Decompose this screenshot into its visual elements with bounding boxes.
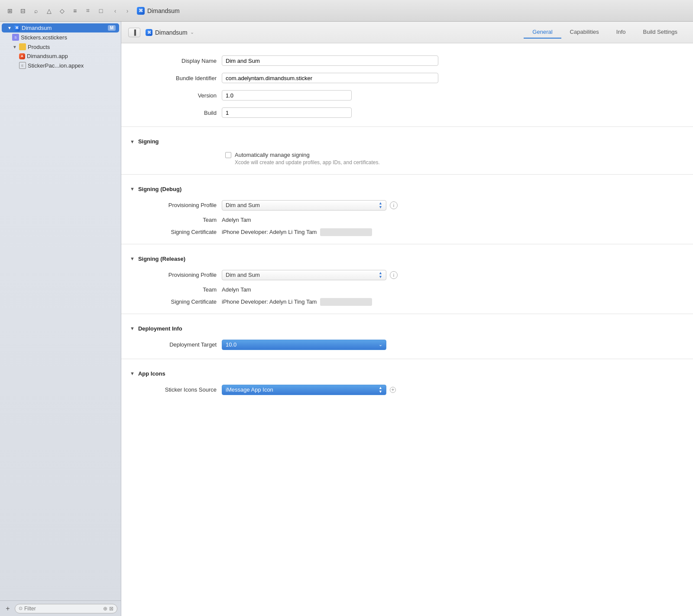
signing-debug-disclosure: ▼ xyxy=(130,186,135,191)
ext-icon: E xyxy=(19,62,26,69)
cert-debug-label: Signing Certificate xyxy=(121,229,217,235)
speech-icon[interactable]: □ xyxy=(96,6,106,16)
filter-box[interactable]: ⊙ ⊕ ⊠ xyxy=(15,604,117,613)
build-row: Build xyxy=(121,104,693,121)
deployment-target-label: Deployment Target xyxy=(121,341,217,348)
project-nav-icon: ⌘ xyxy=(146,29,152,36)
version-input[interactable] xyxy=(222,90,352,101)
content-header: ▐ ⌘ Dimandsum ⌄ General Capabilities Inf… xyxy=(121,22,693,43)
app-icons-header: ▼ App Icons xyxy=(121,364,693,381)
project-nav-label: Dimandsum xyxy=(155,29,188,36)
signing-release-disclosure: ▼ xyxy=(130,256,135,261)
app-icons-title: App Icons xyxy=(138,370,165,377)
badge-m: M xyxy=(108,25,116,31)
diamond-icon[interactable]: ◇ xyxy=(57,6,67,16)
tab-capabilities[interactable]: Capabilities xyxy=(561,26,608,39)
sidebar-item-app[interactable]: A Dimandsum.app xyxy=(0,52,121,61)
cert-debug-badge xyxy=(320,228,372,236)
content-scroll[interactable]: Display Name Bundle Identifier Version B… xyxy=(121,43,693,616)
divider-4 xyxy=(121,314,693,314)
sticker-icons-label: Sticker Icons Source xyxy=(121,386,217,393)
bundle-id-input[interactable] xyxy=(222,73,438,83)
prov-profile-debug-wrapper: Dim and Sum ▲ ▼ i xyxy=(222,200,398,211)
prov-profile-release-info[interactable]: i xyxy=(390,271,398,279)
bundle-id-label: Bundle Identifier xyxy=(121,75,217,81)
signing-debug-title: Signing (Debug) xyxy=(138,186,181,192)
grid-icon[interactable]: ⊟ xyxy=(18,6,28,16)
sidebar: ▼ ⌘ Dimandsum M S Stickers.xcstickers ▼ … xyxy=(0,22,121,616)
version-label: Version xyxy=(121,92,217,99)
cert-debug-row: Signing Certificate iPhone Developer: Ad… xyxy=(121,226,693,239)
list-icon[interactable]: ≡ xyxy=(70,6,80,16)
filter-x-icon[interactable]: ⊠ xyxy=(109,606,113,612)
team-release-row: Team Adelyn Tam xyxy=(121,284,693,295)
back-arrow[interactable]: ‹ xyxy=(110,6,120,16)
version-row: Version xyxy=(121,87,693,104)
tab-build-settings[interactable]: Build Settings xyxy=(635,26,687,39)
tag-icon[interactable]: ⌗ xyxy=(83,6,93,16)
divider-2 xyxy=(121,174,693,175)
nav-arrows: ‹ › xyxy=(110,6,133,16)
project-nav: ⌘ Dimandsum ⌄ xyxy=(146,29,194,36)
warning-icon[interactable]: △ xyxy=(44,6,54,16)
sticker-icons-wrapper: iMessage App Icon ▲ ▼ + xyxy=(222,385,396,395)
tab-general[interactable]: General xyxy=(524,26,561,39)
sidebar-footer: + ⊙ ⊕ ⊠ xyxy=(0,600,121,616)
filter-input[interactable] xyxy=(24,606,101,612)
xcode-project-icon: ⌘ xyxy=(137,7,145,15)
forward-arrow[interactable]: › xyxy=(122,6,133,16)
prov-profile-release-select[interactable]: Dim and Sum ▲ ▼ xyxy=(222,270,386,280)
prov-profile-debug-row: Provisioning Profile Dim and Sum ▲ ▼ i xyxy=(121,197,693,214)
team-debug-value: Adelyn Tam xyxy=(222,217,251,223)
sticker-icons-row: Sticker Icons Source iMessage App Icon ▲… xyxy=(121,381,693,399)
prov-profile-debug-info[interactable]: i xyxy=(390,201,398,209)
team-debug-label: Team xyxy=(121,217,217,223)
deployment-title: Deployment Info xyxy=(138,325,182,332)
auto-signing-checkbox[interactable] xyxy=(225,152,231,158)
prov-profile-debug-select[interactable]: Dim and Sum ▲ ▼ xyxy=(222,200,386,211)
sidebar-content: ▼ ⌘ Dimandsum M S Stickers.xcstickers ▼ … xyxy=(0,22,121,600)
display-name-input[interactable] xyxy=(222,55,438,66)
display-name-label: Display Name xyxy=(121,58,217,64)
build-input[interactable] xyxy=(222,107,352,118)
add-button[interactable]: + xyxy=(3,604,12,613)
folder-icon[interactable]: ⊞ xyxy=(5,6,15,16)
filter-search-icon: ⊙ xyxy=(19,606,23,611)
signing-disclosure: ▼ xyxy=(130,139,135,144)
signing-title: Signing xyxy=(138,138,159,145)
project-icon: ⌘ xyxy=(14,25,20,31)
top-toolbar: ⊞ ⊟ ⌕ △ ◇ ≡ ⌗ □ ‹ › ⌘ Dimandsum xyxy=(0,0,693,22)
sidebar-item-stickerpac[interactable]: E StickerPac...ion.appex xyxy=(0,61,121,70)
tab-info[interactable]: Info xyxy=(608,26,635,39)
divider-1 xyxy=(121,126,693,127)
sticker-icons-add[interactable]: + xyxy=(390,387,396,393)
sticker-icons-select[interactable]: iMessage App Icon ▲ ▼ xyxy=(222,385,386,395)
signing-release-header: ▼ Signing (Release) xyxy=(121,250,693,266)
deployment-target-select[interactable]: 10.0 ⌄ xyxy=(222,340,386,350)
sidebar-item-products[interactable]: ▼ Products xyxy=(0,42,121,52)
divider-5 xyxy=(121,359,693,359)
project-title-label: Dimandsum xyxy=(147,7,180,14)
auto-signing-row: Automatically manage signing Xcode will … xyxy=(121,149,693,169)
prov-profile-debug-value: Dim and Sum xyxy=(226,202,260,208)
deployment-target-value: 10.0 xyxy=(226,341,236,348)
search-icon[interactable]: ⌕ xyxy=(31,6,41,16)
main-layout: ▼ ⌘ Dimandsum M S Stickers.xcstickers ▼ … xyxy=(0,22,693,616)
sidebar-label-products: Products xyxy=(28,44,117,50)
sidebar-item-dimandsum[interactable]: ▼ ⌘ Dimandsum M xyxy=(2,23,119,32)
project-nav-arrow: ⌄ xyxy=(190,29,194,35)
cert-release-label: Signing Certificate xyxy=(121,298,217,305)
sidebar-label-dimandsum: Dimandsum xyxy=(22,25,106,31)
stickers-icon: S xyxy=(12,34,19,41)
build-label: Build xyxy=(121,110,217,116)
settings-panel: Display Name Bundle Identifier Version B… xyxy=(121,43,693,433)
sidebar-item-stickers[interactable]: S Stickers.xcstickers xyxy=(0,32,121,42)
signing-header: ▼ Signing xyxy=(121,132,693,149)
project-title: ⌘ Dimandsum xyxy=(137,7,180,15)
tabs: General Capabilities Info Build Settings xyxy=(524,26,686,39)
team-release-label: Team xyxy=(121,286,217,293)
team-debug-row: Team Adelyn Tam xyxy=(121,214,693,226)
sidebar-toggle[interactable]: ▐ xyxy=(128,28,140,37)
folder-products-icon xyxy=(19,43,26,50)
filter-clock-icon[interactable]: ⊕ xyxy=(103,606,107,612)
